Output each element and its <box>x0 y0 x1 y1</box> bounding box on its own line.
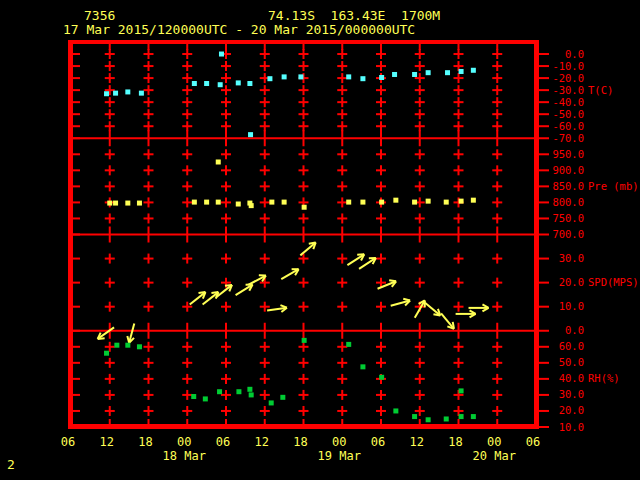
y-axis-unit-label: SPD(MPS) <box>588 276 639 288</box>
y-axis-tick-label: -60.0 <box>552 120 584 132</box>
rh-point <box>269 400 274 405</box>
rh-point <box>249 392 254 397</box>
y-axis-tick-label: 30.0 <box>559 252 584 264</box>
rh-point <box>459 388 464 393</box>
pressure-point <box>426 199 431 204</box>
y-axis-tick-label: 10.0 <box>559 421 584 433</box>
y-axis-tick-label: 850.0 <box>552 180 584 192</box>
pressure-point <box>282 200 287 205</box>
temp-point <box>248 132 253 137</box>
y-axis-tick-label: 20.0 <box>559 404 584 416</box>
pressure-point <box>346 200 351 205</box>
x-axis-date-label: 20 Mar <box>473 449 516 463</box>
temp-point <box>125 89 130 94</box>
y-axis-tick-label: 700.0 <box>552 228 584 240</box>
x-axis-hour-label: 06 <box>216 435 230 449</box>
y-axis-tick-label: 60.0 <box>559 340 584 352</box>
pressure-point <box>113 201 118 206</box>
temp-point <box>218 82 223 87</box>
pressure-point <box>107 201 112 206</box>
y-axis-tick-label: 10.0 <box>559 300 584 312</box>
y-axis-unit-label: T(C) <box>588 84 613 96</box>
pressure-point <box>360 200 365 205</box>
rh-point <box>393 408 398 413</box>
x-axis-hour-label: 00 <box>177 435 191 449</box>
temp-point <box>360 76 365 81</box>
pressure-point <box>216 200 221 205</box>
rh-point <box>444 416 449 421</box>
pressure-point <box>269 200 274 205</box>
pressure-point <box>125 201 130 206</box>
y-axis-tick-label: -70.0 <box>552 132 584 144</box>
y-axis-tick-label: -30.0 <box>552 84 584 96</box>
wind-arrow-head <box>127 336 129 343</box>
y-axis-tick-label: 900.0 <box>552 164 584 176</box>
rh-point <box>247 387 252 392</box>
y-axis-tick-label: -40.0 <box>552 96 584 108</box>
pressure-point <box>216 159 221 164</box>
rh-point <box>104 351 109 356</box>
x-axis-hour-label: 00 <box>332 435 346 449</box>
rh-point <box>346 342 351 347</box>
x-axis-hour-label: 06 <box>371 435 385 449</box>
x-axis-hour-label: 18 <box>293 435 307 449</box>
temp-point <box>236 80 241 85</box>
plot-screen: 7356 74.13S 163.43E 1700M 17 Mar 2015/12… <box>0 0 640 480</box>
temp-point <box>267 76 272 81</box>
pressure-point <box>379 200 384 205</box>
x-axis-hour-label: 06 <box>526 435 540 449</box>
rh-point <box>114 343 119 348</box>
y-axis-tick-label: 30.0 <box>559 388 584 400</box>
x-axis-hour-label: 18 <box>448 435 462 449</box>
rh-point <box>471 414 476 419</box>
temp-point <box>412 72 417 77</box>
rh-point <box>203 396 208 401</box>
temp-point <box>298 74 303 79</box>
y-axis-unit-label: RH(%) <box>588 372 620 384</box>
x-axis-hour-label: 12 <box>410 435 424 449</box>
temp-point <box>426 70 431 75</box>
rh-point <box>379 375 384 380</box>
y-axis-tick-label: 50.0 <box>559 356 584 368</box>
y-axis-tick-label: 0.0 <box>565 324 584 336</box>
rh-point <box>426 417 431 422</box>
y-axis-tick-label: 750.0 <box>552 212 584 224</box>
y-axis-tick-label: -20.0 <box>552 72 584 84</box>
temp-point <box>471 68 476 73</box>
rh-point <box>236 389 241 394</box>
pressure-point <box>471 198 476 203</box>
temp-point <box>445 70 450 75</box>
y-axis-tick-label: -50.0 <box>552 108 584 120</box>
y-axis-tick-label: 20.0 <box>559 276 584 288</box>
page-number: 2 <box>7 457 15 472</box>
temp-point <box>204 81 209 86</box>
x-axis-hour-label: 12 <box>100 435 114 449</box>
temp-point <box>392 72 397 77</box>
y-axis-tick-label: -10.0 <box>552 60 584 72</box>
rh-point <box>125 343 130 348</box>
temp-point <box>104 91 109 96</box>
rh-point <box>217 389 222 394</box>
rh-point <box>360 364 365 369</box>
x-axis-hour-label: 00 <box>487 435 501 449</box>
temp-point <box>459 69 464 74</box>
pressure-point <box>459 199 464 204</box>
y-axis-tick-label: 40.0 <box>559 372 584 384</box>
temp-point <box>192 81 197 86</box>
rh-point <box>137 344 142 349</box>
temp-point <box>379 75 384 80</box>
time-series-plot: 0.0-10.0-20.0-30.0-40.0-50.0-60.0-70.0T(… <box>0 0 640 480</box>
pressure-point <box>249 203 254 208</box>
y-axis-tick-label: 0.0 <box>565 48 584 60</box>
x-axis-hour-label: 06 <box>61 435 75 449</box>
rh-point <box>412 414 417 419</box>
temp-point <box>247 81 252 86</box>
temp-point <box>139 91 144 96</box>
pressure-point <box>393 198 398 203</box>
pressure-point <box>444 200 449 205</box>
y-axis-tick-label: 800.0 <box>552 196 584 208</box>
pressure-point <box>137 201 142 206</box>
wind-arrow-head <box>433 314 440 315</box>
pressure-point <box>236 202 241 207</box>
pressure-point <box>412 200 417 205</box>
